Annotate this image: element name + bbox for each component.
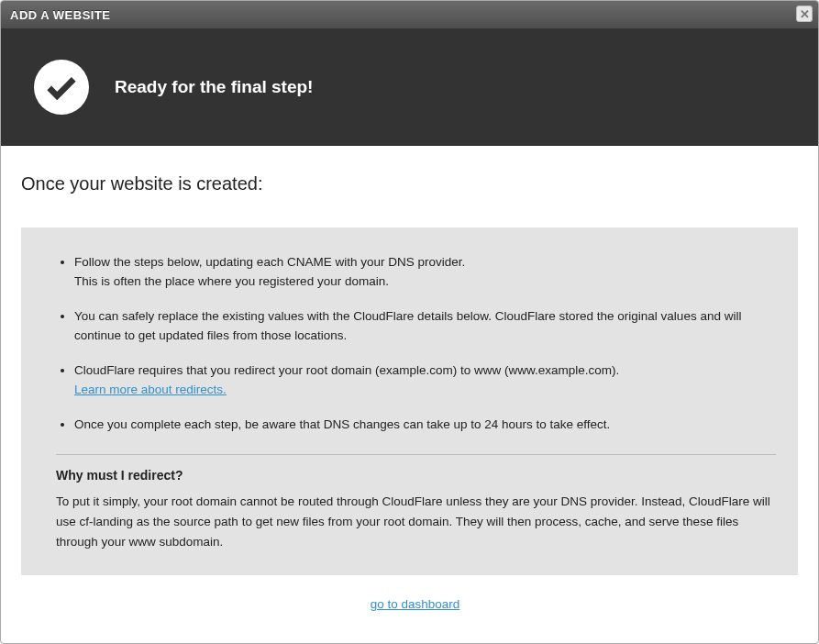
page-heading: Once your website is created: bbox=[21, 173, 809, 194]
list-item: You can safely replace the existing valu… bbox=[74, 307, 776, 346]
footer: go to dashboard bbox=[21, 575, 809, 612]
add-website-modal: ADD A WEBSITE ✕ Ready for the final step… bbox=[0, 0, 819, 644]
close-button[interactable]: ✕ bbox=[796, 6, 813, 22]
redirect-heading: Why must I redirect? bbox=[56, 468, 776, 483]
list-item: Once you complete each step, be aware th… bbox=[74, 416, 776, 435]
instruction-text: CloudFlare requires that you redirect yo… bbox=[74, 363, 619, 377]
instruction-text: Follow the steps below, updating each CN… bbox=[74, 255, 465, 269]
learn-more-redirects-link[interactable]: Learn more about redirects. bbox=[74, 383, 227, 396]
list-item: CloudFlare requires that you redirect yo… bbox=[74, 361, 776, 400]
list-item: Follow the steps below, updating each CN… bbox=[74, 253, 776, 292]
instructions-list: Follow the steps below, updating each CN… bbox=[43, 253, 776, 434]
instruction-text: You can safely replace the existing valu… bbox=[74, 309, 741, 342]
checkmark-icon bbox=[34, 60, 89, 115]
close-icon: ✕ bbox=[800, 8, 810, 20]
hero-banner: Ready for the final step! bbox=[1, 28, 818, 146]
content-area: Once your website is created: Follow the… bbox=[1, 146, 818, 612]
instruction-text: This is often the place where you regist… bbox=[74, 274, 389, 288]
instructions-box: Follow the steps below, updating each CN… bbox=[21, 228, 798, 575]
instruction-text: Once you complete each step, be aware th… bbox=[74, 417, 610, 431]
redirect-section: Why must I redirect? To put it simply, y… bbox=[56, 454, 776, 551]
hero-title: Ready for the final step! bbox=[115, 77, 313, 97]
redirect-body: To put it simply, your root domain canno… bbox=[56, 492, 776, 551]
modal-title: ADD A WEBSITE bbox=[10, 8, 111, 22]
titlebar: ADD A WEBSITE ✕ bbox=[1, 1, 818, 28]
go-to-dashboard-link[interactable]: go to dashboard bbox=[371, 597, 460, 611]
